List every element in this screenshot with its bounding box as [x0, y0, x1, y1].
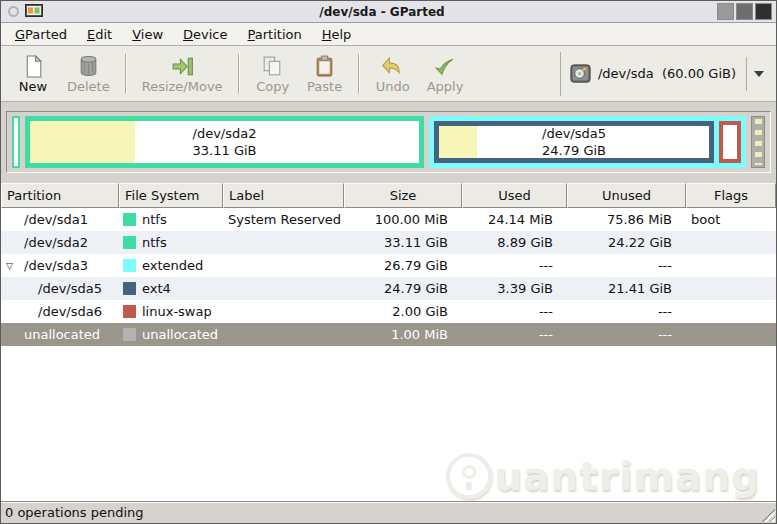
fs-color-swatch: [123, 282, 136, 295]
column-header-unused[interactable]: Unused: [567, 183, 686, 208]
disk-segment-sda5[interactable]: /dev/sda5 24.79 GiB: [434, 121, 714, 163]
disk-segment-sda6[interactable]: [719, 121, 741, 163]
fs-color-swatch: [123, 236, 136, 249]
menu-edit[interactable]: Edit: [77, 25, 122, 44]
table-row-unallocated[interactable]: unallocated unallocated 1.00 MiB --- ---: [1, 323, 776, 346]
size-cell: 24.79 GiB: [344, 277, 462, 300]
undo-icon: [380, 54, 405, 79]
operations-pending-text: 0 operations pending: [5, 505, 144, 520]
label-cell: [223, 323, 344, 346]
unused-cell: ---: [567, 323, 686, 346]
toolbar-separator: [358, 54, 360, 94]
toolbar-separator: [238, 54, 240, 94]
apply-icon: [432, 54, 457, 79]
delete-icon: [76, 54, 101, 79]
copy-icon: [260, 54, 285, 79]
unallocated-hatch-pattern: [755, 119, 762, 165]
label-cell: [223, 254, 344, 277]
used-cell: 3.39 GiB: [462, 277, 567, 300]
table-row-sda2[interactable]: /dev/sda2 ntfs 33.11 GiB 8.89 GiB 24.22 …: [1, 231, 776, 254]
segment-size: 33.11 GiB: [193, 142, 257, 159]
label-cell: System Reserved: [223, 208, 344, 231]
flags-cell: [686, 254, 776, 277]
paste-icon: [312, 54, 337, 79]
paste-button[interactable]: Paste: [299, 49, 351, 99]
size-cell: 100.00 MiB: [344, 208, 462, 231]
unused-cell: ---: [567, 300, 686, 323]
size-cell: 26.79 GiB: [344, 254, 462, 277]
disk-segment-sda2[interactable]: /dev/sda2 33.11 GiB: [25, 116, 424, 168]
toolbar-separator: [125, 54, 127, 94]
column-header-file-system[interactable]: File System: [119, 183, 223, 208]
column-header-label[interactable]: Label: [223, 183, 344, 208]
status-bar: 0 operations pending: [1, 501, 776, 523]
fs-color-swatch: [123, 305, 136, 318]
quantrimang-logo-icon: [446, 453, 492, 499]
copy-button[interactable]: Copy: [247, 49, 299, 99]
flags-cell: [686, 231, 776, 254]
chevron-down-icon: [754, 71, 764, 77]
size-cell: 2.00 GiB: [344, 300, 462, 323]
device-selector-label: /dev/sda (60.00 GiB): [598, 66, 736, 81]
new-partition-icon: [21, 54, 46, 79]
window-menu-icon[interactable]: [8, 6, 19, 17]
disk-visual-area: /dev/sda2 33.11 GiB /dev/sda5 24.79 GiB: [1, 102, 776, 183]
partition-cell: /dev/sda5: [1, 277, 119, 300]
unused-cell: 24.22 GiB: [567, 231, 686, 254]
new-button[interactable]: New: [7, 49, 59, 99]
apply-button[interactable]: Apply: [419, 49, 472, 99]
segment-name: /dev/sda5: [542, 125, 606, 142]
column-header-partition[interactable]: Partition: [1, 183, 119, 208]
column-header-flags[interactable]: Flags: [686, 183, 776, 208]
resize-move-button[interactable]: Resize/Move: [134, 49, 231, 99]
menu-device[interactable]: Device: [173, 25, 237, 44]
label-cell: [223, 277, 344, 300]
device-selector[interactable]: /dev/sda (60.00 GiB): [560, 52, 770, 96]
menu-bar: GParted Edit View Device Partition Help: [1, 23, 776, 46]
file-system-cell: unallocated: [119, 323, 223, 346]
watermark-text: uantrimang: [494, 454, 760, 499]
minimize-button[interactable]: [717, 3, 734, 20]
segment-name: /dev/sda2: [193, 125, 257, 142]
column-header-size[interactable]: Size: [344, 183, 462, 208]
size-cell: 33.11 GiB: [344, 231, 462, 254]
title-bar: /dev/sda - GParted: [1, 1, 776, 23]
gparted-app-icon: [25, 4, 43, 19]
disk-segment-sda3-extended[interactable]: /dev/sda5 24.79 GiB: [429, 116, 746, 168]
disk-visual-bar: /dev/sda2 33.11 GiB /dev/sda5 24.79 GiB: [6, 111, 771, 173]
menu-gparted[interactable]: GParted: [5, 25, 77, 44]
watermark: uantrimang: [446, 453, 760, 499]
undo-button[interactable]: Undo: [367, 49, 419, 99]
menu-view[interactable]: View: [122, 25, 173, 44]
window-title: /dev/sda - GParted: [49, 5, 715, 19]
maximize-button[interactable]: [736, 3, 753, 20]
fs-color-swatch: [123, 213, 136, 226]
column-header-used[interactable]: Used: [462, 183, 567, 208]
delete-button[interactable]: Delete: [59, 49, 118, 99]
disk-segment-sda1[interactable]: [12, 116, 20, 168]
close-button[interactable]: [755, 3, 772, 20]
disk-segment-unallocated[interactable]: [751, 116, 765, 168]
flags-cell: [686, 277, 776, 300]
fs-color-swatch: [123, 259, 136, 272]
partition-cell: /dev/sda6: [1, 300, 119, 323]
used-cell: ---: [462, 323, 567, 346]
menu-help[interactable]: Help: [312, 25, 362, 44]
flags-cell: [686, 300, 776, 323]
used-cell: 8.89 GiB: [462, 231, 567, 254]
unused-cell: 75.86 MiB: [567, 208, 686, 231]
menu-partition[interactable]: Partition: [238, 25, 312, 44]
table-row-sda5[interactable]: /dev/sda5 ext4 24.79 GiB 3.39 GiB 21.41 …: [1, 277, 776, 300]
size-cell: 1.00 MiB: [344, 323, 462, 346]
table-row-sda1[interactable]: /dev/sda1 ntfs System Reserved 100.00 Mi…: [1, 208, 776, 231]
combo-separator: [746, 57, 747, 91]
table-row-sda3[interactable]: ▽/dev/sda3 extended 26.79 GiB --- ---: [1, 254, 776, 277]
partition-cell: unallocated: [1, 323, 119, 346]
resize-grip[interactable]: [760, 507, 775, 522]
table-row-sda6[interactable]: /dev/sda6 linux-swap 2.00 GiB --- ---: [1, 300, 776, 323]
used-cell: 24.14 MiB: [462, 208, 567, 231]
toolbar: New Delete Resize/Move Copy Paste Undo A…: [1, 46, 776, 102]
expander-icon[interactable]: ▽: [6, 261, 13, 271]
flags-cell: boot: [686, 208, 776, 231]
resize-move-icon: [170, 54, 195, 79]
